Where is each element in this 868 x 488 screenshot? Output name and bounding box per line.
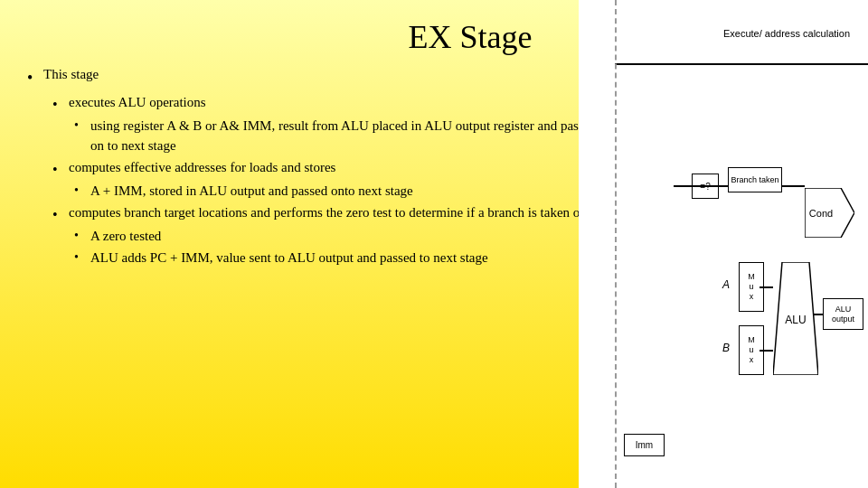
- hline-muxb-alu: [760, 350, 773, 352]
- slide: EX Stage • This stage • executes ALU ope…: [0, 0, 868, 488]
- alu-output-box: ALU output: [823, 298, 863, 330]
- cond-shape: Cond: [805, 188, 854, 238]
- bullet-text: computes branch target locations and per…: [69, 203, 605, 225]
- svg-text:ALU: ALU: [785, 314, 806, 326]
- bullet-dot: •: [74, 117, 90, 156]
- alu-shape: ALU: [773, 262, 818, 375]
- bullet-dot: •: [27, 65, 43, 89]
- list-item: • executes ALU operations: [52, 93, 606, 115]
- list-item: • computes effective addresses for loads…: [52, 158, 606, 180]
- bullet-dot: •: [52, 158, 69, 180]
- bullet-text: A zero tested: [90, 227, 161, 247]
- list-item: • using register A & B or A& IMM, result…: [74, 117, 606, 156]
- mux-b-m: M: [748, 335, 755, 345]
- bullet-text: executes ALU operations: [69, 93, 206, 115]
- diagram: Execute/ address calculation =? Branch t…: [579, 0, 868, 488]
- bullet-dot: •: [74, 249, 90, 268]
- imm-label: Imm: [636, 440, 653, 450]
- mux-b-x: x: [750, 355, 754, 365]
- bullet-text: ALU adds PC + IMM, value sent to ALU out…: [90, 249, 488, 268]
- bullet-text: using register A & B or A& IMM, result f…: [90, 117, 606, 156]
- list-item: • A zero tested: [74, 227, 606, 247]
- a-label: A: [722, 278, 730, 291]
- list-item: • A + IMM, stored in ALU output and pass…: [74, 182, 606, 202]
- bullet-dot: •: [52, 203, 69, 225]
- slide-content: • This stage • executes ALU operations •…: [27, 65, 606, 267]
- bullet-text: This stage: [43, 65, 99, 89]
- hline-branch-cond: [782, 185, 805, 187]
- list-item: • ALU adds PC + IMM, value sent to ALU o…: [74, 249, 606, 268]
- bullet-dot: •: [74, 227, 90, 247]
- mux-a-u: u: [749, 282, 753, 292]
- branch-taken-box: Branch taken: [728, 167, 782, 192]
- hline-eq-branch: [674, 185, 728, 187]
- hline-muxa-alu: [760, 286, 773, 288]
- bullet-dot: •: [52, 93, 69, 115]
- bullet-text: computes effective addresses for loads a…: [69, 158, 335, 180]
- imm-box: Imm: [624, 434, 665, 456]
- diagram-top-border: [615, 63, 868, 65]
- bullet-text: A + IMM, stored in ALU output and passed…: [90, 182, 413, 202]
- svg-text:Cond: Cond: [809, 208, 833, 219]
- branch-taken-label: Branch taken: [731, 175, 778, 185]
- diagram-inner: Execute/ address calculation =? Branch t…: [579, 0, 868, 488]
- hline-alu-output: [814, 314, 823, 315]
- mux-a-x: x: [750, 292, 754, 302]
- mux-a-m: M: [748, 272, 755, 282]
- bullet-dot: •: [74, 182, 90, 202]
- dotted-line: [615, 0, 617, 488]
- exec-label: Execute/ address calculation: [723, 27, 850, 40]
- alu-output-label: ALU output: [824, 305, 863, 324]
- mux-b-u: u: [749, 345, 753, 355]
- list-item: • This stage: [27, 65, 606, 89]
- list-item: • computes branch target locations and p…: [52, 203, 606, 225]
- b-label: B: [722, 342, 730, 354]
